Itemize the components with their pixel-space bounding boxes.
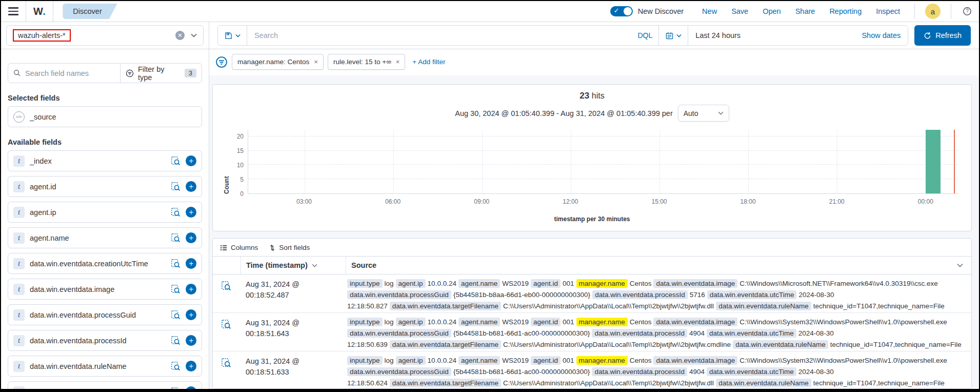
- available-field-item[interactable]: t agent.ip ＋: [8, 202, 202, 223]
- time-column-header[interactable]: Time (timestamp): [241, 257, 346, 274]
- field-details-icon[interactable]: [171, 207, 181, 217]
- app-window: W. Discover ✓ New Discover NewSaveOpenSh…: [0, 0, 980, 392]
- query-language-button[interactable]: DQL: [637, 31, 652, 40]
- clear-index-icon[interactable]: ✕: [175, 31, 185, 40]
- available-field-item[interactable]: t data.win.eventdata.targetFilename ＋: [8, 381, 202, 389]
- add-field-button[interactable]: ＋: [186, 181, 196, 192]
- top-menu-link[interactable]: Share: [795, 7, 815, 15]
- field-details-icon[interactable]: [171, 336, 181, 345]
- field-name: agent.id: [30, 183, 166, 191]
- field-details-icon[interactable]: [171, 259, 181, 268]
- columns-button[interactable]: Columns: [220, 244, 258, 251]
- field-details-icon[interactable]: [171, 156, 181, 166]
- field-badge: data.win.eventdata.utcTime: [707, 290, 797, 299]
- available-field-item[interactable]: t agent.name ＋: [8, 227, 202, 248]
- field-value: C:\\Users\\Administrator\\AppData\\Local…: [503, 379, 714, 387]
- index-pattern-selector[interactable]: wazuh-alerts-* ✕: [6, 25, 204, 46]
- field-badge: data.win.eventdata.image: [653, 356, 737, 365]
- available-field-item[interactable]: t data.win.eventdata.processId ＋: [8, 330, 202, 351]
- new-discover-toggle[interactable]: ✓: [610, 6, 633, 16]
- filter-pill[interactable]: manager.name: Centos ×: [232, 54, 324, 70]
- expand-document-icon[interactable]: [221, 358, 241, 368]
- sort-chevron-icon: [312, 264, 317, 267]
- available-field-item[interactable]: t data.win.eventdata.processGuid ＋: [8, 304, 202, 325]
- filter-options-icon[interactable]: [215, 56, 228, 68]
- remove-filter-icon[interactable]: ×: [396, 58, 400, 66]
- document-row[interactable]: Aug 31, 2024 @ 00:18:52.487 input.typelo…: [213, 275, 971, 313]
- interval-select[interactable]: Auto: [678, 105, 729, 122]
- menu-icon[interactable]: [8, 7, 18, 15]
- sort-fields-button[interactable]: Sort fields: [269, 244, 310, 251]
- time-header-label: Time (timestamp): [246, 261, 308, 269]
- available-field-item[interactable]: t data.win.eventdata.ruleName ＋: [8, 356, 202, 377]
- add-field-button[interactable]: ＋: [186, 335, 196, 346]
- field-details-icon[interactable]: [171, 361, 181, 371]
- available-field-item[interactable]: t data.win.eventdata.creationUtcTime ＋: [8, 253, 202, 274]
- available-fields-heading: Available fields: [8, 138, 202, 146]
- show-dates-button[interactable]: Show dates: [862, 31, 901, 40]
- field-value: 10.0.0.24: [428, 318, 456, 326]
- top-right-menu: ✓ New Discover NewSaveOpenShareReporting…: [610, 4, 972, 19]
- document-row[interactable]: Aug 31, 2024 @ 00:18:51.643 input.typelo…: [213, 313, 971, 351]
- time-range-control[interactable]: Last 24 hours Show dates: [688, 25, 908, 46]
- field-badge: manager.name: [576, 356, 628, 365]
- expand-document-icon[interactable]: [221, 281, 241, 291]
- top-menu-link[interactable]: Open: [763, 7, 781, 15]
- selected-field-item[interactable]: </> _source: [8, 106, 202, 127]
- horizontal-gridline: [248, 136, 958, 136]
- available-field-item[interactable]: t _index ＋: [8, 150, 202, 171]
- field-details-icon[interactable]: [171, 387, 181, 389]
- expand-document-icon[interactable]: [221, 319, 241, 329]
- filter-pill[interactable]: rule.level: 15 to +∞ ×: [328, 54, 405, 70]
- field-badge: agent.id: [531, 356, 561, 365]
- x-tick-label: 21:00: [829, 198, 845, 205]
- top-menu-link[interactable]: Save: [731, 7, 748, 15]
- top-menu-link[interactable]: Inspect: [876, 7, 900, 15]
- field-badge: data.win.eventdata.processId: [592, 367, 687, 376]
- search-input[interactable]: [253, 31, 633, 40]
- user-avatar[interactable]: a: [925, 4, 941, 19]
- field-details-icon[interactable]: [171, 284, 181, 294]
- field-name: agent.name: [30, 234, 166, 242]
- field-details-icon[interactable]: [171, 182, 181, 191]
- field-details-icon[interactable]: [171, 310, 181, 320]
- field-details-icon[interactable]: [171, 233, 181, 243]
- add-field-button[interactable]: ＋: [186, 284, 196, 295]
- add-field-button[interactable]: ＋: [186, 361, 196, 371]
- new-discover-toggle-label: New Discover: [638, 7, 684, 15]
- plot-area[interactable]: [248, 130, 958, 194]
- filter-by-type-button[interactable]: Filter by type 3: [120, 63, 202, 83]
- top-menu-link[interactable]: Reporting: [829, 7, 862, 15]
- add-field-button[interactable]: ＋: [186, 309, 196, 320]
- saved-query-button[interactable]: [217, 25, 247, 46]
- field-value-pair: manager.nameCentos: [576, 318, 654, 326]
- available-field-item[interactable]: t data.win.eventdata.image ＋: [8, 279, 202, 300]
- logo-text: W: [33, 6, 43, 17]
- field-search-box[interactable]: Search field names: [8, 63, 121, 83]
- add-field-button[interactable]: ＋: [186, 232, 196, 243]
- histogram-chart: Count 05101520: [222, 130, 962, 206]
- add-field-button[interactable]: ＋: [186, 207, 196, 218]
- field-value-pair: data.win.eventdata.targetFilenameC:\\Use…: [390, 379, 716, 387]
- help-icon[interactable]: ?: [963, 7, 972, 16]
- available-field-item[interactable]: t agent.id ＋: [8, 176, 202, 197]
- field-value: C:\\Windows\\System32\\WindowsPowerShell…: [739, 318, 947, 326]
- add-field-button[interactable]: ＋: [186, 155, 196, 166]
- document-row[interactable]: Aug 31, 2024 @ 00:18:51.633 input.typelo…: [213, 351, 971, 388]
- app-logo[interactable]: W.: [33, 6, 46, 17]
- field-value: log: [385, 280, 394, 287]
- source-column-header[interactable]: Source: [346, 257, 971, 274]
- datepicker-quick-button[interactable]: [658, 25, 688, 46]
- breadcrumb-discover-tab[interactable]: Discover: [63, 4, 117, 19]
- add-field-button[interactable]: ＋: [186, 386, 196, 389]
- filter-pill-label: manager.name: Centos: [237, 58, 309, 66]
- histogram-bar[interactable]: [926, 130, 941, 193]
- add-field-button[interactable]: ＋: [186, 258, 196, 269]
- add-filter-button[interactable]: + Add filter: [412, 58, 445, 66]
- remove-filter-icon[interactable]: ×: [314, 58, 318, 66]
- field-badge: agent.name: [458, 279, 500, 288]
- top-menu-link[interactable]: New: [702, 7, 717, 15]
- field-value-pair: agent.nameWS2019: [458, 318, 531, 326]
- refresh-button[interactable]: Refresh: [914, 25, 971, 46]
- x-tick-label: 15:00: [651, 198, 667, 205]
